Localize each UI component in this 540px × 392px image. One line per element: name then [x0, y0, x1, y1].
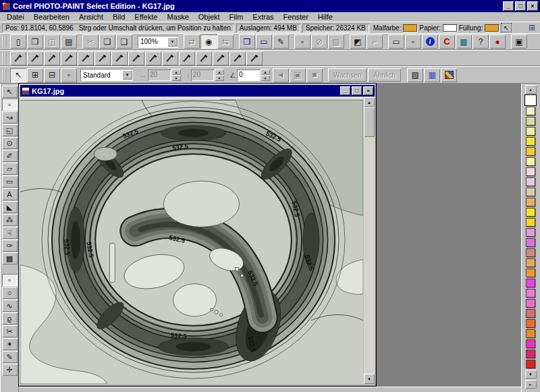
- apple-button[interactable]: ●: [489, 34, 506, 49]
- select-all-button[interactable]: ▫: [61, 68, 77, 82]
- charcoal-button[interactable]: [145, 51, 161, 65]
- menu-hilfe[interactable]: Hilfe: [313, 12, 338, 22]
- angle-value[interactable]: 0: [237, 69, 260, 81]
- pick-shape-button[interactable]: ↖: [10, 68, 26, 82]
- copy-button[interactable]: ❏: [99, 34, 115, 49]
- subtract-from-selection-button[interactable]: ⊟: [44, 68, 60, 82]
- scan-button[interactable]: ▩: [456, 34, 472, 49]
- palette-swatch-26[interactable]: [526, 349, 535, 358]
- edit-object-button[interactable]: ✎: [273, 34, 289, 49]
- brush-type-combobox[interactable]: Standard ▼: [80, 69, 133, 81]
- palette-swatch-2[interactable]: [526, 107, 535, 115]
- toolbar-drag-handle[interactable]: [3, 36, 7, 47]
- combine-objects-button[interactable]: ❒: [239, 34, 255, 49]
- scroll-down-button[interactable]: ▼: [364, 374, 375, 384]
- video-frame-button[interactable]: ▦: [424, 68, 440, 82]
- paint-on-mask-button[interactable]: ◩: [350, 34, 366, 49]
- artistic-brush-button[interactable]: [246, 51, 263, 65]
- spin-up-icon[interactable]: ▲: [261, 69, 270, 75]
- document-titlebar[interactable]: KG17.jpg _ □ ×: [20, 85, 375, 96]
- palette-swatch-13[interactable]: [526, 218, 535, 227]
- fill-color-swatch[interactable]: [485, 24, 499, 32]
- doc-close-button[interactable]: ×: [363, 86, 373, 95]
- menu-bild[interactable]: Bild: [108, 12, 130, 22]
- zoom-tool[interactable]: ⊙: [2, 137, 18, 149]
- print-button[interactable]: ▤: [61, 34, 77, 49]
- palette-swatch-7[interactable]: [526, 157, 535, 166]
- menu-effekte[interactable]: Effekte: [130, 12, 162, 22]
- mask-scissors-tool[interactable]: ✂: [2, 325, 18, 337]
- effect-tool[interactable]: ☟: [2, 227, 18, 239]
- palette-swatch-23[interactable]: [526, 319, 535, 328]
- dockers-icon[interactable]: ⊞: [529, 23, 535, 32]
- marker-button[interactable]: [94, 51, 111, 65]
- palette-scroll-start-button[interactable]: ⇤: [525, 380, 537, 389]
- palette-swatch-12[interactable]: [526, 208, 535, 217]
- dither-tool[interactable]: ▩: [2, 252, 18, 264]
- combo-arrow-icon[interactable]: ▼: [122, 70, 132, 80]
- eyedropper-tool[interactable]: ✐: [2, 150, 18, 162]
- palette-swatch-3[interactable]: [526, 117, 535, 125]
- corel-script-button[interactable]: C: [439, 34, 455, 49]
- palette-swatch-14[interactable]: [526, 228, 535, 237]
- palette-swatch-1[interactable]: [525, 95, 536, 105]
- highlighter-button[interactable]: [213, 51, 229, 65]
- toolbar-drag-handle[interactable]: [3, 69, 7, 81]
- additive-mask-mode-button[interactable]: ▫: [405, 34, 421, 49]
- scrollbar-thumb[interactable]: [364, 107, 375, 137]
- menu-maske[interactable]: Maske: [162, 12, 193, 22]
- combo-arrow-icon[interactable]: ▼: [167, 37, 178, 47]
- lock-button[interactable]: ◉: [200, 34, 217, 49]
- doc-minimize-button[interactable]: _: [340, 86, 350, 95]
- palette-swatch-6[interactable]: [526, 147, 535, 156]
- frame-button[interactable]: ▣: [511, 34, 527, 49]
- palette-scroll-up-button[interactable]: ▲: [525, 85, 537, 94]
- paint-brush-button[interactable]: [10, 51, 26, 65]
- pencil-button[interactable]: [78, 51, 94, 65]
- pen-button[interactable]: [61, 51, 77, 65]
- palette-swatch-24[interactable]: [526, 329, 535, 338]
- crop-tool[interactable]: ◱: [2, 124, 18, 136]
- crayon-button[interactable]: [128, 51, 144, 65]
- palette-scroll-down-button[interactable]: ▼: [525, 370, 537, 379]
- mask-transform-tool[interactable]: ↝: [2, 111, 18, 123]
- mask-ellipse-tool[interactable]: ○: [2, 287, 18, 299]
- menu-extras[interactable]: Extras: [248, 12, 278, 22]
- palette-swatch-5[interactable]: [526, 137, 535, 146]
- menu-bearbeiten[interactable]: Bearbeiten: [29, 12, 74, 22]
- menu-objekt[interactable]: Objekt: [194, 12, 225, 22]
- paste-button[interactable]: ❑: [116, 34, 132, 49]
- rectangle-tool[interactable]: ▭: [2, 175, 18, 188]
- doc-maximize-button[interactable]: □: [352, 86, 362, 95]
- paint-color-swatch[interactable]: [403, 24, 417, 32]
- clone-tool[interactable]: ✑: [2, 240, 18, 252]
- image-info-button[interactable]: i: [422, 34, 438, 49]
- scrollbar-track[interactable]: [364, 137, 375, 374]
- ink-pen-button[interactable]: [230, 51, 246, 65]
- menu-ansicht[interactable]: Ansicht: [74, 12, 108, 22]
- menu-fenster[interactable]: Fenster: [279, 12, 313, 22]
- spray-can-button[interactable]: [27, 51, 43, 65]
- spin-down-icon[interactable]: ▼: [261, 75, 270, 81]
- air-brush-button[interactable]: [44, 51, 60, 65]
- watercolor-button[interactable]: [179, 51, 195, 65]
- palette-swatch-11[interactable]: [526, 198, 535, 206]
- normal-mask-mode-button[interactable]: ▭: [388, 34, 404, 49]
- add-to-selection-button[interactable]: ⊞: [27, 68, 43, 82]
- zoom-level-combobox[interactable]: 100%▼: [138, 36, 178, 48]
- object-picker-tool[interactable]: ↖: [2, 86, 18, 98]
- mask-marquee-button[interactable]: ▫: [294, 34, 310, 49]
- edit-brush-button[interactable]: ▨: [407, 68, 423, 82]
- image-sprayer-tool[interactable]: ⁂: [2, 214, 18, 226]
- mask-brush-tool[interactable]: ✎: [2, 351, 18, 363]
- color-mask-button[interactable]: ◆: [441, 68, 457, 82]
- text-tool[interactable]: A: [2, 188, 18, 200]
- palette-swatch-15[interactable]: [526, 238, 535, 247]
- eraser-tool[interactable]: ▱: [2, 163, 18, 175]
- menu-datei[interactable]: Datei: [2, 12, 29, 22]
- maximize-button[interactable]: □: [515, 1, 526, 11]
- angle-spinner[interactable]: ∠ 0 ▲▼: [230, 69, 270, 81]
- paper-color-swatch[interactable]: [443, 24, 457, 32]
- mask-move-tool[interactable]: ✛: [2, 364, 18, 376]
- palette-swatch-19[interactable]: [526, 279, 535, 287]
